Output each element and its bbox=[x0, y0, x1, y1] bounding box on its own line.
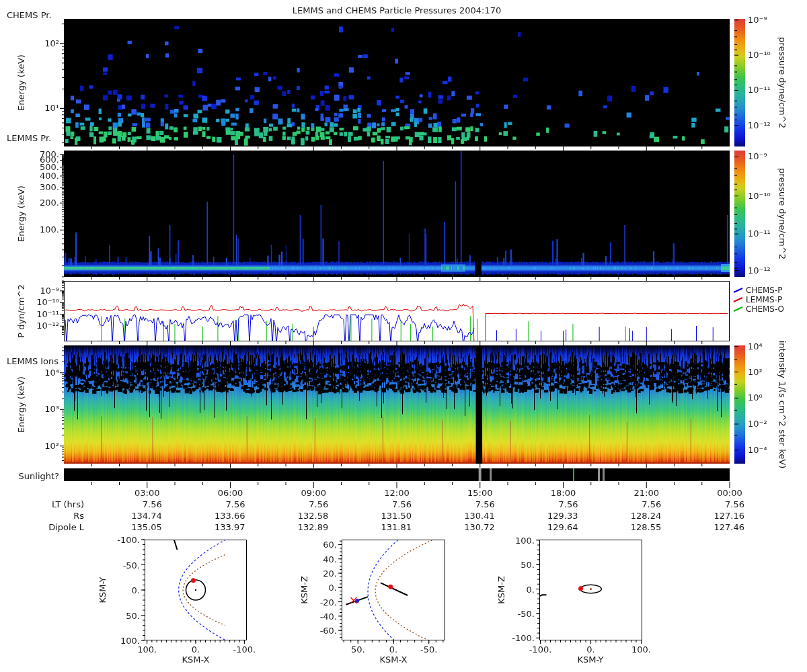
pressure-colorbar-label-1: pressure dyne/cm^2 bbox=[777, 37, 787, 128]
orbit-ksmz-vs-ksmx-ytick: -20. bbox=[320, 597, 337, 607]
pressure-line-plot bbox=[64, 281, 730, 341]
orbit-ksmy-vs-ksmx-ytick: 0. bbox=[132, 585, 140, 595]
orbit-ksmz-vs-ksmy-xtick: 100. bbox=[631, 644, 651, 655]
lemms-ions-spectrogram-ytick: 10³ bbox=[44, 404, 59, 414]
time-tick-label: 00:00 bbox=[717, 488, 742, 498]
dipole-l-value: 131.81 bbox=[381, 522, 412, 532]
lemms-pressure-spectrogram-cbtick: 10⁻¹¹ bbox=[748, 228, 771, 239]
sunlight-bar bbox=[64, 468, 730, 481]
orbit-ksmz-vs-ksmx-ytick: 20. bbox=[323, 569, 337, 579]
lemms-pressure-spectrogram-ytick: 300. bbox=[40, 181, 59, 192]
lemms-pressure-spectrogram-ytick: 200. bbox=[40, 198, 59, 208]
chems-pressure-spectrogram-cbtick: 10⁻¹² bbox=[748, 120, 771, 130]
orbit-ksmz-vs-ksmx-ytick: 40. bbox=[323, 554, 337, 564]
orbit-ksmz-vs-ksmy-ytick: -50. bbox=[518, 608, 535, 618]
dipole-l-value: 135.05 bbox=[131, 522, 162, 532]
lemms-ions-spectrogram-cbtick: 10² bbox=[748, 366, 763, 376]
particle-pressure-lines-ytick: 10⁻¹⁰ bbox=[36, 297, 59, 307]
ions-energy-axis-label: Energy (keV) bbox=[16, 376, 26, 433]
dipole-l-value: 127.46 bbox=[714, 522, 745, 532]
rs-value: 130.41 bbox=[464, 511, 495, 521]
orbit-ksmz-vs-ksmy-ytick: 0. bbox=[527, 584, 535, 594]
time-tick-label: 12:00 bbox=[384, 488, 409, 498]
rs-value: 133.66 bbox=[215, 511, 245, 521]
lt-value: 7.56 bbox=[309, 499, 328, 509]
orbit-b-x-axis-title: KSM-X bbox=[380, 655, 408, 665]
orbit-ksmy-vs-ksmx-xtick: 0. bbox=[192, 644, 200, 655]
lemms-pressure-spectrogram-ytick: 100. bbox=[40, 224, 59, 235]
orbit-ksmz-vs-ksmx-ytick: 0. bbox=[329, 583, 337, 593]
rs-value: 127.16 bbox=[714, 511, 745, 521]
orbit-c-x-axis-title: KSM-Y bbox=[577, 655, 603, 665]
pressure-colorbar-2-gradient bbox=[734, 151, 745, 277]
lt-value: 7.56 bbox=[226, 499, 245, 509]
chems-pressure-spectrogram-ytick: 10² bbox=[44, 38, 59, 48]
orbit-ksmz-vs-ksmy-ytick: 100. bbox=[515, 535, 535, 545]
chems-energy-axis-label: Energy (keV) bbox=[16, 54, 26, 111]
ions-panel-label: LEMMS Ions bbox=[7, 356, 59, 366]
orbit-ksmy-vs-ksmx-ytick: -50. bbox=[123, 560, 140, 570]
lemms-p-line-swatch bbox=[733, 296, 744, 303]
dipole-l-value: 128.55 bbox=[631, 522, 662, 532]
rs-value: 132.58 bbox=[298, 511, 329, 521]
orbit-ksmz-vs-ksmx-ytick: -60. bbox=[320, 626, 337, 636]
orbit-ksmz-vs-ksmy-ytick: -100. bbox=[512, 633, 535, 643]
chems-panel-label: CHEMS Pr. bbox=[7, 10, 52, 20]
lemms-ions-spectrogram-cbtick: 10⁻² bbox=[748, 419, 767, 429]
orbit-plot-ksmx-ksmz bbox=[342, 540, 445, 640]
lt-value: 7.56 bbox=[475, 499, 495, 509]
ephemeris-row-label-lt: LT (hrs) bbox=[52, 499, 84, 509]
lt-value: 7.56 bbox=[392, 499, 412, 509]
legend-label-chems-o: CHEMS-O bbox=[746, 304, 784, 314]
orbit-plot-ksmx-ksmy bbox=[145, 540, 247, 640]
chems-pressure-spectrogram-ytick: 10¹ bbox=[44, 103, 59, 113]
time-tick-label: 21:00 bbox=[634, 488, 659, 498]
orbit-ksmy-vs-ksmx-xtick: -100. bbox=[233, 644, 256, 655]
lemms-panel-label: LEMMS Pr. bbox=[7, 133, 51, 143]
lemms-energy-axis-label: Energy (keV) bbox=[16, 185, 26, 242]
time-tick-label: 18:00 bbox=[551, 488, 576, 498]
chems-pressure-spectrogram bbox=[64, 19, 730, 146]
orbit-ksmz-vs-ksmx-xtick: -50. bbox=[420, 644, 437, 655]
orbit-b-y-axis-title: KSM-Z bbox=[299, 576, 309, 604]
chems-p-line-swatch bbox=[733, 287, 744, 294]
rs-value: 134.74 bbox=[131, 511, 162, 521]
orbit-a-x-axis-title: KSM-X bbox=[182, 655, 210, 665]
lemms-pressure-spectrogram bbox=[64, 151, 730, 277]
lt-value: 7.56 bbox=[559, 499, 578, 509]
chems-pressure-spectrogram-cbtick: 10⁻¹¹ bbox=[748, 85, 771, 95]
orbit-ksmy-vs-ksmx-ytick: -100. bbox=[117, 535, 140, 545]
lt-value: 7.56 bbox=[642, 499, 661, 509]
rs-value: 128.24 bbox=[631, 511, 662, 521]
figure-title: LEMMS and CHEMS Particle Pressures 2004:… bbox=[293, 5, 501, 15]
orbit-ksmz-vs-ksmy-xtick: 0. bbox=[586, 644, 594, 655]
lemms-pressure-spectrogram-cbtick: 10⁻¹⁰ bbox=[748, 190, 771, 200]
chems-pressure-spectrogram-cbtick: 10⁻⁹ bbox=[748, 15, 767, 25]
chems-pressure-spectrogram-cbtick: 10⁻¹⁰ bbox=[748, 50, 771, 60]
lemms-ions-spectrogram bbox=[64, 345, 730, 464]
lemms-pressure-spectrogram-cbtick: 10⁻¹² bbox=[748, 265, 771, 275]
pressure-axis-label: P dyn/cm^2 bbox=[16, 284, 26, 338]
sunlight-label: Sunlight? bbox=[7, 471, 59, 481]
lemms-pressure-spectrogram-ytick: 400. bbox=[40, 171, 59, 181]
orbit-ksmz-vs-ksmx-xtick: 0. bbox=[389, 644, 397, 655]
orbit-ksmz-vs-ksmy-xtick: -100. bbox=[529, 644, 552, 655]
chems-o-line-swatch bbox=[733, 306, 744, 312]
lemms-ions-spectrogram-cbtick: 10⁰ bbox=[748, 392, 763, 403]
time-tick-label: 06:00 bbox=[218, 488, 243, 498]
orbit-ksmy-vs-ksmx-ytick: 100. bbox=[120, 636, 140, 646]
orbit-ksmy-vs-ksmx-xtick: 100. bbox=[137, 644, 157, 655]
lemms-ions-spectrogram-cbtick: 10⁻⁴ bbox=[748, 445, 767, 455]
orbit-c-y-axis-title: KSM-Z bbox=[496, 576, 506, 604]
intensity-colorbar-gradient bbox=[734, 345, 745, 464]
orbit-ksmy-vs-ksmx-ytick: 50. bbox=[126, 610, 140, 620]
lemms-pressure-spectrogram-cbtick: 10⁻⁹ bbox=[748, 151, 767, 161]
orbit-a-y-axis-title: KSM-Y bbox=[98, 577, 108, 603]
orbit-ksmz-vs-ksmx-ytick: -40. bbox=[320, 611, 337, 621]
lt-value: 7.56 bbox=[143, 499, 162, 509]
dipole-l-value: 130.72 bbox=[464, 522, 495, 532]
rs-value: 131.50 bbox=[381, 511, 412, 521]
time-tick-label: 03:00 bbox=[134, 488, 159, 498]
rs-value: 129.33 bbox=[547, 511, 578, 521]
dipole-l-value: 132.89 bbox=[298, 522, 329, 532]
